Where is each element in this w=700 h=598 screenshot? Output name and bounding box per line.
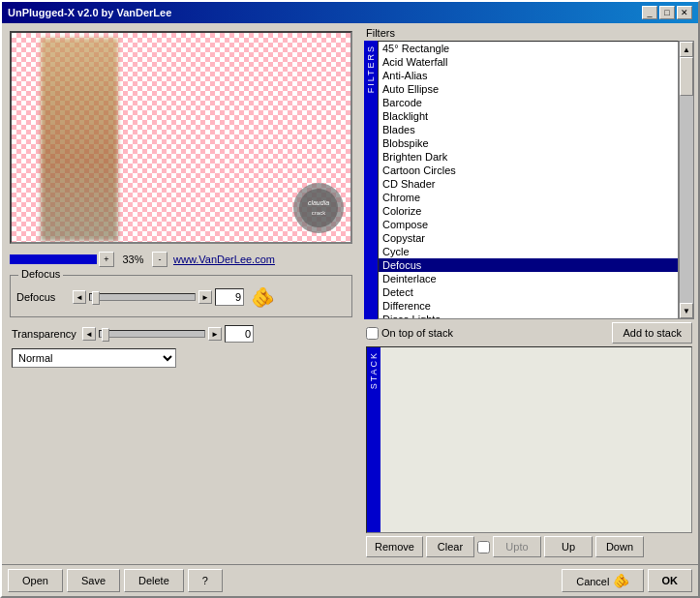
main-window: UnPlugged-X v2.0 by VanDerLee _ □ ✕ clau…: [0, 0, 700, 598]
on-top-checkbox-row: On top of stack: [366, 327, 453, 340]
scrollbar-thumb[interactable]: [680, 57, 693, 96]
svg-text:claudia: claudia: [308, 199, 329, 206]
filter-item[interactable]: Anti-Alias: [379, 69, 678, 82]
defocus-thumb[interactable]: [92, 291, 100, 305]
filter-item[interactable]: Difference: [379, 299, 678, 313]
transparency-right-arrow[interactable]: ►: [208, 327, 222, 341]
filter-list-container: FILTERS 45° RectangleAcid WaterfallAnti-…: [364, 41, 694, 319]
website-link[interactable]: www.VanDerLee.com: [173, 254, 275, 265]
transparency-left-arrow[interactable]: ◄: [82, 327, 96, 341]
stack-sidebar: STACK: [367, 347, 380, 532]
filter-item[interactable]: 45° Rectangle: [379, 42, 678, 55]
add-to-stack-button[interactable]: Add to stack: [612, 322, 692, 344]
mode-row: Normal Multiply Screen Overlay: [6, 346, 356, 372]
zoom-minus-button[interactable]: -: [152, 252, 167, 267]
zoom-track[interactable]: [10, 254, 97, 264]
preview-area: claudia crack: [10, 31, 352, 244]
filters-label: Filters: [364, 27, 694, 39]
delete-button[interactable]: Delete: [124, 569, 184, 592]
filter-item[interactable]: Blobspike: [379, 136, 678, 150]
save-button[interactable]: Save: [67, 569, 120, 592]
cancel-button[interactable]: Cancel 🫵: [562, 569, 643, 592]
stack-label: STACK: [369, 351, 379, 389]
bottom-bar: Open Save Delete ? Cancel 🫵 OK: [2, 564, 698, 596]
defocus-label: Defocus: [16, 291, 70, 303]
transparency-thumb[interactable]: [102, 328, 109, 342]
transparency-row: Transparency ◄ ► 0: [6, 321, 356, 346]
left-panel: claudia crack + 33% - www.VanDerLee.com …: [2, 23, 360, 564]
scrollbar-down-button[interactable]: ▼: [680, 303, 693, 318]
filter-item[interactable]: Chrome: [379, 191, 678, 204]
filter-item[interactable]: Detect: [379, 285, 678, 299]
stack-controls: On top of stack Add to stack: [364, 319, 694, 346]
defocus-hand-icon: 🫵: [251, 285, 275, 309]
zoom-value: 33%: [116, 254, 150, 265]
stack-area: STACK: [366, 346, 692, 533]
open-button[interactable]: Open: [8, 569, 63, 592]
filter-item[interactable]: Brighten Dark: [379, 150, 678, 164]
filter-item[interactable]: Deinterlace: [379, 272, 678, 285]
filter-item[interactable]: Defocus: [379, 258, 678, 272]
transparency-track[interactable]: [99, 330, 205, 338]
help-button[interactable]: ?: [188, 569, 223, 592]
filter-item[interactable]: Copystar: [379, 231, 678, 245]
mode-select[interactable]: Normal Multiply Screen Overlay: [12, 348, 176, 368]
filter-item[interactable]: Colorize: [379, 204, 678, 218]
filter-item[interactable]: Barcode: [379, 96, 678, 109]
stack-actions: Remove Clear Upto Up Down: [364, 533, 694, 560]
filter-item[interactable]: Blacklight: [379, 109, 678, 123]
maximize-button[interactable]: □: [659, 6, 675, 19]
window-title: UnPlugged-X v2.0 by VanDerLee: [8, 7, 171, 18]
filter-item[interactable]: Auto Ellipse: [379, 82, 678, 96]
filter-item[interactable]: Blades: [379, 123, 678, 136]
upto-checkbox[interactable]: [477, 541, 490, 553]
upto-button[interactable]: Upto: [493, 536, 541, 557]
up-button[interactable]: Up: [544, 536, 593, 557]
filter-item[interactable]: Compose: [379, 218, 678, 231]
svg-text:crack: crack: [312, 210, 326, 216]
on-top-label: On top of stack: [381, 327, 453, 339]
title-bar: UnPlugged-X v2.0 by VanDerLee _ □ ✕: [2, 2, 698, 23]
transparency-value-input[interactable]: 0: [225, 325, 254, 343]
remove-button[interactable]: Remove: [366, 536, 423, 557]
filter-item[interactable]: Acid Waterfall: [379, 55, 678, 69]
close-button[interactable]: ✕: [677, 6, 692, 19]
title-bar-buttons: _ □ ✕: [642, 6, 692, 19]
watermark: claudia crack: [292, 182, 346, 237]
scrollbar-track[interactable]: [680, 57, 693, 303]
cancel-label: Cancel: [576, 576, 609, 587]
filter-item[interactable]: Disco Lights: [379, 313, 678, 319]
scrollbar-up-button[interactable]: ▲: [680, 42, 693, 57]
zoom-plus-button[interactable]: +: [99, 252, 114, 267]
defocus-group: Defocus Defocus ◄ ► 9 🫵: [10, 275, 352, 317]
cancel-hand-icon: 🫵: [613, 573, 629, 588]
defocus-slider-row: Defocus ◄ ► 9 🫵: [16, 285, 346, 309]
stack-content: [380, 347, 691, 532]
filter-scrollbar: ▲ ▼: [679, 41, 694, 319]
filters-sidebar: FILTERS: [364, 41, 378, 319]
filter-item[interactable]: CD Shader: [379, 177, 678, 191]
defocus-left-arrow[interactable]: ◄: [73, 290, 86, 304]
defocus-track[interactable]: [89, 293, 196, 301]
filter-list[interactable]: 45° RectangleAcid WaterfallAnti-AliasAut…: [378, 41, 679, 319]
group-title: Defocus: [18, 268, 63, 280]
svg-point-1: [299, 189, 338, 227]
filter-item[interactable]: Cycle: [379, 245, 678, 258]
filters-sidebar-label: FILTERS: [366, 45, 376, 93]
down-button[interactable]: Down: [595, 536, 644, 557]
transparency-label: Transparency: [12, 328, 79, 340]
clear-button[interactable]: Clear: [426, 536, 474, 557]
minimize-button[interactable]: _: [642, 6, 657, 19]
main-content: claudia crack + 33% - www.VanDerLee.com …: [2, 23, 698, 564]
filter-item[interactable]: Cartoon Circles: [379, 164, 678, 177]
right-panel: Filters FILTERS 45° RectangleAcid Waterf…: [360, 23, 698, 564]
defocus-right-arrow[interactable]: ►: [198, 290, 212, 304]
preview-image: [41, 38, 118, 241]
ok-button[interactable]: OK: [648, 569, 693, 592]
on-top-checkbox[interactable]: [366, 327, 379, 340]
defocus-value-input[interactable]: 9: [215, 288, 244, 306]
